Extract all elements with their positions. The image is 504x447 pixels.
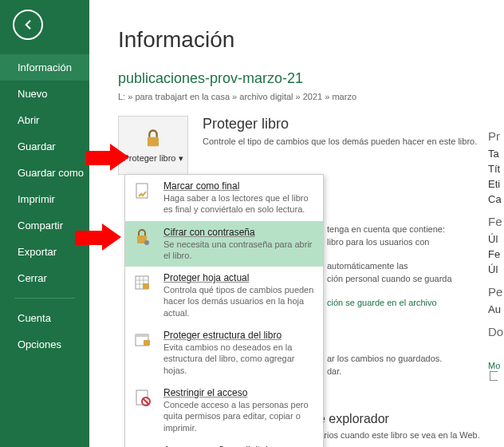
inspect-fragment-1: tenga en cuenta que contiene: (327, 224, 486, 236)
sidebar-item-cuenta[interactable]: Cuenta (0, 305, 89, 331)
props-row: Úl (488, 233, 504, 245)
svg-rect-7 (136, 334, 148, 337)
svg-point-3 (144, 240, 149, 245)
sidebar-item-opciones[interactable]: Opciones (0, 331, 89, 358)
show-all-props-link[interactable]: Mo (488, 361, 504, 370)
menu-desc: Se necesita una contraseña para abrir el… (163, 239, 315, 262)
menu-title: Restringir el acceso (163, 387, 315, 398)
backstage-sidebar: Información Nuevo Abrir Guardar Guardar … (0, 0, 89, 447)
unsaved-fragment-1: ar los cambios no guardados. (327, 353, 486, 366)
props-row: Tít (488, 163, 504, 175)
sidebar-item-cerrar[interactable]: Cerrar (0, 265, 89, 291)
breadcrumb: L: » para trabajart en la casa » archivo… (118, 92, 504, 101)
menu-proteger-hoja-actual[interactable]: Proteger hoja actualControla qué tipos d… (125, 267, 323, 324)
svg-rect-0 (148, 136, 159, 146)
page-title: Información (118, 27, 504, 53)
svg-rect-5 (143, 283, 149, 289)
protect-desc: Controle el tipo de cambios que los demá… (203, 136, 496, 148)
back-button[interactable] (13, 10, 43, 40)
document-name: publicaciones-prov-marzo-21 (118, 70, 504, 87)
sidebar-item-nuevo[interactable]: Nuevo (0, 81, 89, 107)
sidebar-item-abrir[interactable]: Abrir (0, 107, 89, 133)
menu-title: Cifrar con contraseña (163, 227, 315, 238)
manage-fragment-1: automáticamente las (327, 260, 486, 273)
sidebar-item-imprimir[interactable]: Imprimir (0, 186, 89, 212)
unsaved-fragment-2: dar. (327, 366, 486, 378)
protect-title: Proteger libro (203, 116, 496, 133)
props-row: Ca (488, 193, 504, 205)
restrict-icon (133, 389, 152, 408)
props-row: Au (488, 303, 504, 315)
menu-firma-digital[interactable]: Agregar una firma digitalAsegure la inte… (125, 439, 323, 447)
props-header: Pr (488, 129, 504, 143)
sheet-lock-icon (133, 274, 152, 293)
manage-fragment-2: ción personal cuando se guarda (327, 273, 486, 286)
protect-button-label: Proteger libro ▾ (123, 153, 183, 164)
menu-marcar-como-final[interactable]: Marcar como finalHaga saber a los lector… (125, 175, 323, 221)
inspect-fragment-2: libro para los usuarios con (327, 236, 486, 249)
svg-rect-8 (144, 340, 150, 346)
manage-fragment-link[interactable]: ción se guarde en el archivo (327, 297, 486, 310)
protect-workbook-menu: Marcar como finalHaga saber a los lector… (124, 174, 324, 447)
checkbox-fragment[interactable] (490, 371, 498, 381)
arrow-left-icon (21, 18, 35, 32)
sidebar-item-informacion[interactable]: Información (0, 54, 89, 81)
menu-title: Proteger hoja actual (163, 272, 315, 283)
props-header: Fe (488, 215, 504, 228)
menu-title: Marcar como final (163, 180, 315, 192)
menu-desc: Concede acceso a las personas pero quita… (163, 399, 315, 433)
menu-desc: Haga saber a los lectores que el libro e… (163, 192, 315, 216)
props-header: Do (488, 325, 504, 338)
sidebar-item-guardar-como[interactable]: Guardar como (0, 160, 89, 186)
lock-key-icon (133, 228, 152, 247)
document-final-icon (133, 182, 152, 201)
props-row: Fe (488, 248, 504, 260)
props-row: Eti (488, 178, 504, 190)
props-row: Úl (488, 263, 504, 275)
props-row: Ta (488, 148, 504, 160)
menu-proteger-estructura[interactable]: Proteger estructura del libroEvita cambi… (125, 324, 323, 382)
props-header: Pe (488, 285, 504, 299)
sidebar-divider (14, 298, 75, 299)
menu-restringir-acceso[interactable]: Restringir el accesoConcede acceso a las… (125, 382, 323, 439)
protect-section: Proteger libro ▾ Proteger libro Controle… (118, 116, 504, 175)
menu-desc: Evita cambios no deseados en la estructu… (163, 342, 315, 376)
workbook-lock-icon (133, 331, 152, 350)
menu-cifrar-con-contrasena[interactable]: Cifrar con contraseñaSe necesita una con… (125, 221, 323, 267)
sidebar-item-guardar[interactable]: Guardar (0, 133, 89, 160)
lock-shield-icon (142, 128, 164, 150)
menu-desc: Controla qué tipos de cambios pueden hac… (163, 284, 315, 318)
menu-title: Proteger estructura del libro (163, 330, 315, 341)
